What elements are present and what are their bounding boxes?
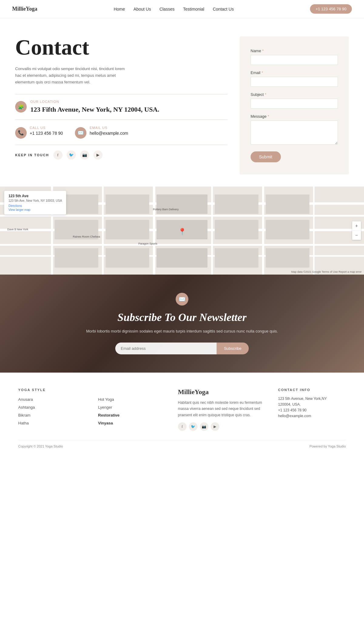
map-road	[0, 244, 364, 246]
map-block	[106, 194, 149, 214]
call-info: 📞 CALL US +1 123 456 78 90	[15, 126, 63, 139]
email-icon: ✉️	[75, 127, 86, 139]
contact-left: Contact Convallis mi volutpat odio sempe…	[15, 36, 228, 174]
list-item: Restorative	[98, 412, 166, 418]
newsletter-form: Subscribe	[115, 343, 249, 354]
map-road	[262, 187, 264, 275]
map-road	[0, 215, 364, 217]
map-label-dave: Dave $ New York	[7, 228, 28, 231]
nav-logo[interactable]: MillieYoga	[12, 6, 37, 12]
form-name-input[interactable]	[251, 55, 338, 65]
map-larger-link[interactable]: View larger map	[8, 208, 62, 211]
email-label: EMAIL US	[89, 126, 128, 130]
newsletter-subscribe-button[interactable]: Subscribe	[217, 343, 249, 354]
list-item: Hot Yoga	[98, 397, 166, 402]
map-info-title: 123 5th Ave	[8, 194, 62, 198]
footer-link-vinyasa[interactable]: Vinyasa	[98, 421, 113, 425]
form-message-textarea[interactable]	[251, 120, 338, 145]
form-email-group: Email *	[251, 70, 338, 87]
twitter-icon[interactable]: 🐦	[67, 150, 76, 160]
footer-instagram-icon[interactable]: 📷	[200, 422, 208, 431]
nav-contact[interactable]: Contact Us	[213, 7, 234, 12]
footer-contact-heading: CONTACT INFO	[278, 388, 346, 392]
phone-icon: 📞	[15, 127, 27, 139]
footer-logo: MillieYoga	[178, 388, 266, 396]
map-block	[215, 248, 258, 268]
footer-contact-phone: +1 123 456 78 90	[278, 408, 346, 412]
newsletter-section: ✉️ Subscribe To Our Newsletter Morbi lob…	[0, 275, 364, 373]
map-section[interactable]: Pottery Barn Delivery Paragon Sports Dav…	[0, 187, 364, 275]
submit-button[interactable]: Submit	[251, 151, 281, 162]
form-message-group: Message *	[251, 114, 338, 146]
map-block	[215, 220, 258, 239]
divider-3	[15, 145, 228, 145]
location-icon: 🧩	[15, 101, 27, 113]
footer-powered: Powered by Yoga Studio	[309, 444, 346, 448]
location-label: OUR LOCATION	[30, 100, 159, 103]
newsletter-title: Subscribe To Our Newsletter	[86, 311, 278, 324]
form-subject-group: Subject *	[251, 92, 338, 109]
map-block	[157, 194, 207, 214]
divider-2	[15, 120, 228, 120]
list-item: Hatha	[18, 420, 86, 426]
footer-top: YOGA STYLE Anusara Ashtanga Bikram Hatha…	[18, 388, 346, 431]
contact-info-row: 📞 CALL US +1 123 456 78 90 ✉️ EMAIL US h…	[15, 126, 228, 139]
footer-yoga-heading-2	[98, 388, 166, 392]
map-block	[215, 194, 258, 214]
map-directions-link[interactable]: Directions	[8, 204, 62, 208]
list-item: Lyenger	[98, 404, 166, 410]
map-road	[313, 187, 315, 275]
footer-link-hotyoga[interactable]: Hot Yoga	[98, 397, 114, 402]
map-label-paragon: Paragon Sports	[138, 242, 157, 245]
footer-social-links: f 🐦 📷 ▶	[178, 422, 266, 431]
form-name-label: Name *	[251, 49, 338, 53]
map-block	[266, 220, 309, 239]
map-info-address: 123 5th Ave, New York, NY 10003, USA	[8, 199, 62, 203]
nav-phone-button[interactable]: +1 123 456 78 90	[310, 4, 352, 14]
location-address: 123 Fifth Avenue, New York, NY 12004, US…	[30, 105, 159, 114]
form-name-group: Name *	[251, 49, 338, 65]
list-item: Ashtanga	[18, 404, 86, 410]
footer-yoga-links-2: Hot Yoga Lyenger Restorative Vinyasa	[98, 397, 166, 426]
map-info-box: 123 5th Ave 123 5th Ave, New York, NY 10…	[4, 191, 66, 214]
map-road	[153, 187, 155, 275]
map-road	[102, 187, 104, 275]
footer-yoga-links-1: Anusara Ashtanga Bikram Hatha	[18, 397, 86, 426]
footer-link-restorative[interactable]: Restorative	[98, 413, 120, 417]
facebook-icon[interactable]: f	[53, 150, 62, 160]
footer-brand-col: MillieYoga Habitant quis nec nibh molest…	[178, 388, 266, 431]
map-label-pottery-barn: Pottery Barn Delivery	[153, 208, 179, 211]
instagram-icon[interactable]: 📷	[80, 150, 89, 160]
map-zoom-in[interactable]: +	[352, 221, 361, 231]
youtube-icon[interactable]: ▶	[93, 150, 103, 160]
footer-facebook-icon[interactable]: f	[178, 422, 187, 431]
map-block	[157, 248, 207, 268]
nav-home[interactable]: Home	[114, 7, 125, 12]
map-zoom-controls: + −	[352, 221, 361, 240]
contact-section: Contact Convallis mi volutpat odio sempe…	[0, 18, 364, 187]
map-block	[106, 248, 149, 268]
footer-yoga-col1: YOGA STYLE Anusara Ashtanga Bikram Hatha	[18, 388, 86, 431]
email-value: hello@example.com	[89, 131, 128, 136]
map-pin: 📍	[178, 228, 186, 236]
footer-twitter-icon[interactable]: 🐦	[189, 422, 197, 431]
map-zoom-out[interactable]: −	[352, 231, 361, 240]
map-copyright: Map data ©2021 Google Terms of Use Repor…	[291, 270, 362, 273]
footer-link-hatha[interactable]: Hatha	[18, 421, 29, 425]
nav-about[interactable]: About Us	[133, 7, 151, 12]
newsletter-email-input[interactable]	[115, 343, 217, 354]
divider-1	[15, 94, 228, 94]
call-label: CALL US	[30, 126, 63, 130]
nav-classes[interactable]: Classes	[160, 7, 175, 12]
footer-link-lyenger[interactable]: Lyenger	[98, 405, 112, 410]
footer-youtube-icon[interactable]: ▶	[211, 422, 219, 431]
footer-link-anusara[interactable]: Anusara	[18, 397, 33, 402]
map-block	[266, 194, 309, 214]
form-subject-input[interactable]	[251, 99, 338, 109]
map-block	[266, 248, 309, 268]
footer-contact-address1: 123 5th Avenue, New York,NY	[278, 397, 346, 401]
form-email-input[interactable]	[251, 77, 338, 87]
nav-testimonial[interactable]: Testimonial	[183, 7, 204, 12]
footer-link-ashtanga[interactable]: Ashtanga	[18, 405, 35, 410]
footer-link-bikram[interactable]: Bikram	[18, 413, 30, 417]
